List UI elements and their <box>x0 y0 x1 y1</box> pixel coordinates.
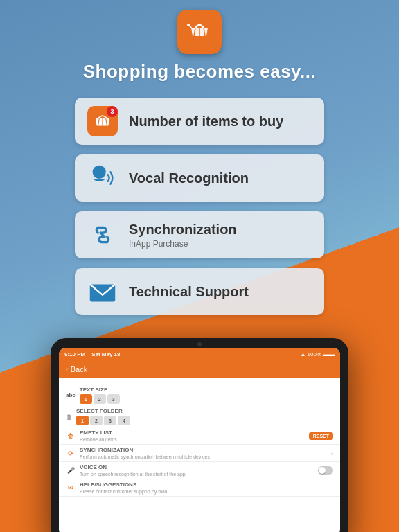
feature-items-text: Number of items to buy <box>129 114 283 130</box>
folder-buttons: 1 2 3 4 <box>76 416 130 425</box>
trash2-icon: 🗑 <box>66 431 76 441</box>
help-text: HELP/SUGGESTIONS Please contact customer… <box>80 481 333 494</box>
help-label: HELP/SUGGESTIONS <box>80 481 333 488</box>
sync-label: SYNCHRONIZATION <box>80 447 331 453</box>
empty-list-row[interactable]: 🗑 EMPTY LIST Remove all items RESET <box>59 427 340 445</box>
sync-text: SYNCHRONIZATION Perform automatic synchr… <box>80 447 331 459</box>
text-size-btn-1[interactable]: 1 <box>80 394 92 404</box>
voice-desc: Turn on speech recognition at the start … <box>80 472 318 477</box>
nav-bar: ‹ Back <box>59 360 340 378</box>
folder-label: SELECT FOLDER <box>76 408 130 414</box>
settings-content: abc TEXT SIZE 1 2 3 🗑 <box>59 378 340 532</box>
toggle-knob <box>319 467 326 474</box>
help-desc: Please contact customer support by mail <box>80 489 333 494</box>
voice-toggle[interactable] <box>318 466 333 475</box>
sync-chevron: › <box>331 450 333 457</box>
text-size-section: abc TEXT SIZE 1 2 3 <box>59 381 340 407</box>
folder-btn-4[interactable]: 4 <box>118 416 130 425</box>
app-icon <box>177 10 222 54</box>
voice-text: VOICE ON Turn on speech recognition at t… <box>80 464 318 477</box>
help-row[interactable]: ✉ HELP/SUGGESTIONS Please contact custom… <box>59 479 340 497</box>
feature-sync-title: Synchronization <box>129 222 237 238</box>
envelope-icon <box>86 275 119 308</box>
folder-btn-1[interactable]: 1 <box>76 416 89 425</box>
main-content: Shopping becomes easy... 3 Number of ite… <box>0 0 399 325</box>
folder-btn-3[interactable]: 3 <box>104 416 116 425</box>
tagline: Shopping becomes easy... <box>83 61 317 82</box>
text-size-btn-2[interactable]: 2 <box>94 394 106 404</box>
reset-button[interactable]: RESET <box>309 432 333 440</box>
feature-sync[interactable]: Synchronization InApp Purchase <box>75 211 324 258</box>
tablet-body: 9:10 PM Sat May 18 ▲ 100% ▬▬ ‹ Back <box>51 338 348 532</box>
abc-label: abc <box>66 392 76 398</box>
voice-label: VOICE ON <box>80 464 318 470</box>
feature-vocal-text: Vocal Recognition <box>129 170 249 186</box>
feature-vocal[interactable]: Vocal Recognition <box>75 154 324 202</box>
feature-sync-text: Synchronization InApp Purchase <box>129 222 237 249</box>
text-size-btn-3[interactable]: 3 <box>107 394 120 404</box>
svg-point-6 <box>93 166 106 179</box>
sync-row[interactable]: ⟳ SYNCHRONIZATION Perform automatic sync… <box>59 445 340 462</box>
folder-group: SELECT FOLDER 1 2 3 4 <box>76 408 130 425</box>
tablet-mockup: 9:10 PM Sat May 18 ▲ 100% ▬▬ ‹ Back <box>51 338 348 532</box>
text-size-group: TEXT SIZE 1 2 3 <box>80 387 120 404</box>
status-time: 9:10 PM Sat May 18 <box>64 351 120 357</box>
text-size-label: TEXT SIZE <box>80 387 120 393</box>
back-button[interactable]: ‹ Back <box>66 365 87 373</box>
text-size-buttons: 1 2 3 <box>80 394 120 404</box>
feature-vocal-title: Vocal Recognition <box>129 170 249 186</box>
feature-support-text: Technical Support <box>129 284 249 300</box>
tablet-screen: 9:10 PM Sat May 18 ▲ 100% ▬▬ ‹ Back <box>59 348 340 532</box>
feature-sync-subtitle: InApp Purchase <box>129 239 237 249</box>
sync-icon: ⟳ <box>66 448 76 458</box>
trash-icon: 🗑 <box>66 414 72 420</box>
microphone-icon <box>86 161 119 195</box>
status-icons: ▲ 100% ▬▬ <box>300 351 335 357</box>
empty-list-desc: Remove all items <box>80 437 309 442</box>
empty-list-label: EMPTY LIST <box>80 429 309 436</box>
voice-row[interactable]: 🎤 VOICE ON Turn on speech recognition at… <box>59 462 340 479</box>
basket-icon: 3 <box>86 105 119 138</box>
folder-section: 🗑 SELECT FOLDER 1 2 3 4 <box>59 407 340 427</box>
feature-items-title: Number of items to buy <box>129 114 283 130</box>
link-icon <box>86 218 119 251</box>
feature-support-title: Technical Support <box>129 284 249 300</box>
mic-icon: 🎤 <box>66 466 76 475</box>
empty-list-text: EMPTY LIST Remove all items <box>80 429 309 442</box>
sync-desc: Perform automatic synchronization betwee… <box>80 454 331 459</box>
status-bar: 9:10 PM Sat May 18 ▲ 100% ▬▬ <box>59 348 340 360</box>
mail-icon: ✉ <box>66 483 76 493</box>
folder-btn-2[interactable]: 2 <box>90 416 103 425</box>
tablet-camera <box>197 342 202 346</box>
badge-count: 3 <box>107 106 118 117</box>
feature-items[interactable]: 3 Number of items to buy <box>75 98 324 145</box>
feature-support[interactable]: Technical Support <box>75 268 324 315</box>
